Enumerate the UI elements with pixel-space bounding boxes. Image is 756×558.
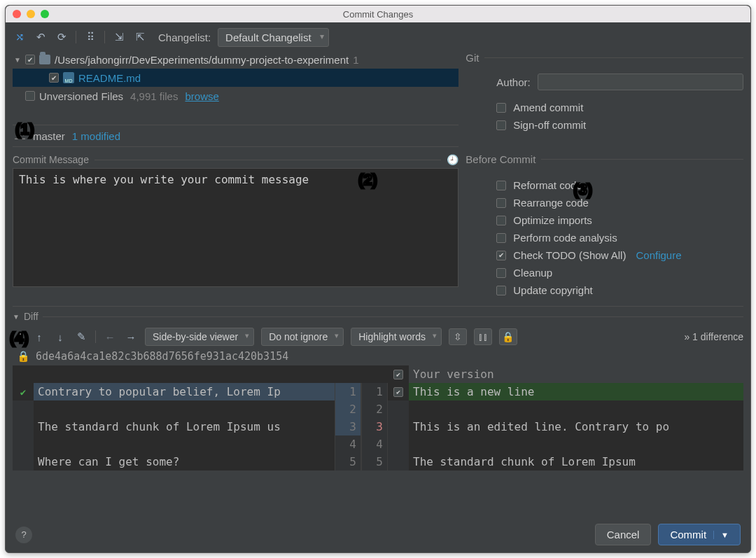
your-version-checkbox[interactable] [393,370,403,379]
author-field[interactable] [538,74,743,90]
minimize-icon[interactable] [27,10,35,18]
diff-table[interactable]: Your version ✔ Contrary to popular belie… [13,365,743,470]
ignore-dropdown[interactable]: Do not ignore [261,328,344,346]
dialog-footer: ? Cancel Commit ▼ [13,517,743,545]
author-label: Author: [496,76,530,88]
commit-message-label: Commit Message [13,154,89,165]
branch-icon: ⎇ [14,130,26,142]
group-icon[interactable]: ⠿ [83,30,97,44]
help-button[interactable]: ? [15,526,32,543]
line-include-checkbox[interactable] [393,387,403,397]
lock-icon: 🔒 [17,350,30,363]
optimize-checkbox[interactable] [496,216,506,225]
close-icon[interactable] [13,10,21,18]
separator [76,31,76,43]
reformat-checkbox[interactable] [496,181,506,190]
todo-checkbox[interactable] [496,251,506,260]
branch-row: ⎇ master 1 modified [13,125,458,147]
viewer-dropdown[interactable]: Side-by-side viewer [145,328,254,346]
signoff-label: Sign-off commit [513,119,586,131]
author-row: Author: [496,74,743,90]
changelist-value: Default Changelist [225,32,312,43]
commit-button[interactable]: Commit ▼ [658,524,741,545]
diff-count: » 1 difference [684,331,743,342]
cleanup-checkbox[interactable] [496,268,506,278]
diff-section: ▼ Diff (4) ↑ ↓ ✎ ← → Side-by-side viewer… [13,306,743,470]
expand-icon[interactable]: ⇲ [112,30,126,44]
todo-configure-link[interactable]: Configure [636,249,681,261]
chevron-down-icon[interactable]: ▼ [13,313,20,321]
separator [95,330,96,343]
undo-icon[interactable]: ↶ [34,30,48,44]
before-commit-options: Reformat code Rearrange code Optimize im… [496,179,743,296]
sync-scroll-button[interactable]: ⫿⫿ [474,328,492,345]
changelist-label: Changelist: [158,32,211,43]
commit-message-input[interactable] [13,168,458,287]
analysis-checkbox[interactable] [496,233,506,243]
unversioned-label: Unversioned Files [39,90,123,102]
collapse-unchanged-button[interactable]: ⇳ [449,328,467,345]
refresh-icon[interactable]: ⟳ [55,30,69,44]
git-options: Amend commit Sign-off commit [496,102,743,131]
rearrange-checkbox[interactable] [496,198,506,208]
zoom-icon[interactable] [41,10,49,18]
git-section-header: Git [465,52,743,64]
root-path: /Users/jahongirr/DevExperiments/dummy-pr… [55,54,349,66]
root-checkbox[interactable] [25,55,35,64]
diff-right-line: The standard chunk of Lorem Ipsum [409,453,743,470]
diff-gutter-row: 🔒 6de4a6a4ca1e82c3b688d7656fe931ac420b31… [13,349,743,365]
folder-icon [39,55,50,64]
unversioned-count: 4,991 files [130,90,178,102]
diff-right-line: This is an edited line. Contrary to po [409,418,743,435]
separator [104,31,105,43]
chevron-down-icon[interactable]: ▼ [14,56,21,64]
check-icon: ✔ [20,386,26,398]
diff-left-line: Where can I get some? [34,453,335,470]
prev-file-icon[interactable]: ← [103,330,117,344]
tree-root-row[interactable]: ▼ /Users/jahongirr/DevExperiments/dummy-… [13,50,458,69]
tree-file-row[interactable]: MD README.md [13,69,458,87]
branch-modified[interactable]: 1 modified [72,130,120,142]
edit-icon[interactable]: ✎ [74,330,88,344]
markdown-icon: MD [63,72,74,83]
branch-name: master [33,130,65,142]
lock-button[interactable]: 🔒 [499,328,517,345]
changelist-dropdown[interactable]: Default Changelist [218,28,329,47]
copyright-checkbox[interactable] [496,286,506,295]
swap-icon[interactable]: ⤭ [13,30,27,44]
cancel-button[interactable]: Cancel [595,524,652,545]
tree-unversioned-row[interactable]: Unversioned Files 4,991 files browse [13,87,458,105]
amend-checkbox[interactable] [496,103,506,113]
diff-left-line: The standard chunk of Lorem Ipsum us [34,418,335,435]
browse-link[interactable]: browse [185,90,218,102]
commit-message-header: Commit Message 🕘 [13,154,458,165]
next-change-icon[interactable]: ↓ [53,330,67,344]
window-title: Commit Changes [6,9,750,20]
diff-right-line: This is a new line [409,383,743,400]
your-version-label: Your version [409,365,743,383]
unversioned-checkbox[interactable] [25,91,35,101]
diff-hash: 6de4a6a4ca1e82c3b688d7656fe931ac420b3154 [36,350,288,363]
chevron-down-icon[interactable]: ▼ [713,531,729,539]
collapse-icon[interactable]: ⇱ [133,30,147,44]
amend-label: Amend commit [513,102,583,113]
commit-toolbar: ⤭ ↶ ⟳ ⠿ ⇲ ⇱ Changelist: Default Changeli… [13,27,743,48]
history-icon[interactable]: 🕘 [447,154,458,165]
signoff-checkbox[interactable] [496,120,506,130]
changes-tree[interactable]: ▼ /Users/jahongirr/DevExperiments/dummy-… [13,50,458,105]
highlight-dropdown[interactable]: Highlight words [351,328,442,346]
diff-header[interactable]: ▼ Diff [13,307,743,325]
commit-dialog: Commit Changes ⤭ ↶ ⟳ ⠿ ⇲ ⇱ Changelist: D… [5,5,751,553]
before-commit-header: Before Commit [465,153,743,165]
next-file-icon[interactable]: → [124,330,138,344]
file-checkbox[interactable] [49,73,59,83]
root-count: 1 [353,54,358,66]
prev-change-icon[interactable]: ↑ [32,330,46,344]
file-name: README.md [78,72,141,84]
titlebar: Commit Changes [6,6,750,22]
diff-left-line: Contrary to popular belief, Lorem Ip [34,383,335,400]
diff-toolbar: ↑ ↓ ✎ ← → Side-by-side viewer Do not ign… [13,325,743,349]
window-controls [13,10,49,18]
